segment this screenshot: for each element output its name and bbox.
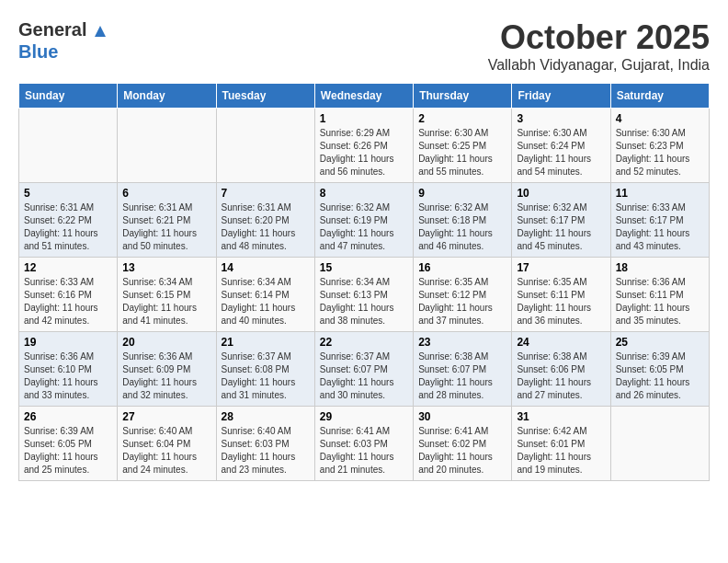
calendar-cell: 29Sunrise: 6:41 AMSunset: 6:03 PMDayligh… [314,407,413,481]
calendar-cell: 5Sunrise: 6:31 AMSunset: 6:22 PMDaylight… [19,183,118,258]
day-number: 5 [24,187,112,200]
day-info: Sunrise: 6:40 AMSunset: 6:03 PMDaylight:… [222,425,310,477]
day-number: 3 [517,112,605,125]
day-info: Sunrise: 6:31 AMSunset: 6:20 PMDaylight:… [222,201,310,253]
calendar-cell: 1Sunrise: 6:29 AMSunset: 6:26 PMDaylight… [314,109,413,183]
day-info: Sunrise: 6:32 AMSunset: 6:18 PMDaylight:… [418,201,506,253]
day-info: Sunrise: 6:32 AMSunset: 6:17 PMDaylight:… [517,201,605,253]
day-number: 27 [122,410,210,423]
day-info: Sunrise: 6:31 AMSunset: 6:22 PMDaylight:… [24,201,112,253]
day-number: 12 [24,261,112,274]
calendar-cell: 14Sunrise: 6:34 AMSunset: 6:14 PMDayligh… [216,258,314,332]
day-number: 26 [24,410,112,423]
day-info: Sunrise: 6:32 AMSunset: 6:19 PMDaylight:… [320,201,408,253]
day-number: 24 [517,336,605,349]
svg-marker-0 [95,26,106,37]
day-info: Sunrise: 6:38 AMSunset: 6:06 PMDaylight:… [517,350,605,402]
day-number: 30 [418,410,506,423]
logo: General Blue [18,18,108,63]
calendar-cell: 19Sunrise: 6:36 AMSunset: 6:10 PMDayligh… [19,332,118,407]
calendar-cell: 10Sunrise: 6:32 AMSunset: 6:17 PMDayligh… [512,183,610,258]
day-info: Sunrise: 6:30 AMSunset: 6:24 PMDaylight:… [517,127,605,178]
page-container: General Blue October 2025 Vallabh Vidyan… [0,0,728,490]
week-row-4: 19Sunrise: 6:36 AMSunset: 6:10 PMDayligh… [19,332,710,407]
day-info: Sunrise: 6:35 AMSunset: 6:12 PMDaylight:… [418,276,506,327]
calendar-cell: 25Sunrise: 6:39 AMSunset: 6:05 PMDayligh… [610,332,709,407]
calendar-cell: 4Sunrise: 6:30 AMSunset: 6:23 PMDaylight… [610,109,709,183]
title-section: October 2025 Vallabh Vidyanagar, Gujarat… [488,18,710,74]
weekday-header-monday: Monday [118,84,216,109]
calendar-cell: 30Sunrise: 6:41 AMSunset: 6:02 PMDayligh… [414,407,512,481]
day-info: Sunrise: 6:41 AMSunset: 6:02 PMDaylight:… [418,425,506,477]
day-info: Sunrise: 6:40 AMSunset: 6:04 PMDaylight:… [122,425,210,477]
day-info: Sunrise: 6:37 AMSunset: 6:07 PMDaylight:… [320,350,408,402]
day-number: 13 [122,261,210,274]
calendar-cell [610,407,709,481]
weekday-header-row: SundayMondayTuesdayWednesdayThursdayFrid… [19,84,710,109]
day-number: 20 [122,336,210,349]
day-info: Sunrise: 6:38 AMSunset: 6:07 PMDaylight:… [418,350,506,402]
calendar-cell: 6Sunrise: 6:31 AMSunset: 6:21 PMDaylight… [118,183,216,258]
calendar-cell: 11Sunrise: 6:33 AMSunset: 6:17 PMDayligh… [610,183,709,258]
day-info: Sunrise: 6:37 AMSunset: 6:08 PMDaylight:… [222,350,310,402]
day-info: Sunrise: 6:36 AMSunset: 6:11 PMDaylight:… [616,276,704,327]
calendar-cell: 13Sunrise: 6:34 AMSunset: 6:15 PMDayligh… [118,258,216,332]
day-number: 19 [24,336,112,349]
weekday-header-tuesday: Tuesday [216,84,314,109]
day-number: 8 [320,187,408,200]
weekday-header-wednesday: Wednesday [314,84,413,109]
day-number: 9 [418,187,506,200]
calendar-cell: 8Sunrise: 6:32 AMSunset: 6:19 PMDaylight… [314,183,413,258]
calendar-cell: 31Sunrise: 6:42 AMSunset: 6:01 PMDayligh… [512,407,610,481]
day-info: Sunrise: 6:30 AMSunset: 6:25 PMDaylight:… [418,127,506,178]
calendar-cell: 12Sunrise: 6:33 AMSunset: 6:16 PMDayligh… [19,258,118,332]
calendar-cell: 26Sunrise: 6:39 AMSunset: 6:05 PMDayligh… [19,407,118,481]
calendar-cell: 27Sunrise: 6:40 AMSunset: 6:04 PMDayligh… [118,407,216,481]
logo-general: General [18,19,86,40]
weekday-header-saturday: Saturday [610,84,709,109]
day-number: 22 [320,336,408,349]
logo-blue: Blue [18,41,58,62]
weekday-header-thursday: Thursday [414,84,512,109]
day-number: 7 [222,187,310,200]
day-number: 15 [320,261,408,274]
month-title: October 2025 [488,18,710,57]
day-info: Sunrise: 6:29 AMSunset: 6:26 PMDaylight:… [320,127,408,178]
calendar-cell: 22Sunrise: 6:37 AMSunset: 6:07 PMDayligh… [314,332,413,407]
calendar-cell: 18Sunrise: 6:36 AMSunset: 6:11 PMDayligh… [610,258,709,332]
week-row-2: 5Sunrise: 6:31 AMSunset: 6:22 PMDaylight… [19,183,710,258]
day-number: 29 [320,410,408,423]
day-info: Sunrise: 6:41 AMSunset: 6:03 PMDaylight:… [320,425,408,477]
calendar-cell: 17Sunrise: 6:35 AMSunset: 6:11 PMDayligh… [512,258,610,332]
day-number: 18 [616,261,704,274]
day-number: 31 [517,410,605,423]
calendar-cell: 28Sunrise: 6:40 AMSunset: 6:03 PMDayligh… [216,407,314,481]
day-number: 21 [222,336,310,349]
calendar-table: SundayMondayTuesdayWednesdayThursdayFrid… [18,83,710,481]
weekday-header-sunday: Sunday [19,84,118,109]
calendar-cell: 2Sunrise: 6:30 AMSunset: 6:25 PMDaylight… [414,109,512,183]
calendar-cell: 7Sunrise: 6:31 AMSunset: 6:20 PMDaylight… [216,183,314,258]
day-info: Sunrise: 6:34 AMSunset: 6:15 PMDaylight:… [122,276,210,327]
day-number: 28 [222,410,310,423]
day-number: 10 [517,187,605,200]
day-number: 11 [616,187,704,200]
day-number: 16 [418,261,506,274]
calendar-cell: 3Sunrise: 6:30 AMSunset: 6:24 PMDaylight… [512,109,610,183]
week-row-3: 12Sunrise: 6:33 AMSunset: 6:16 PMDayligh… [19,258,710,332]
day-number: 2 [418,112,506,125]
calendar-cell [19,109,118,183]
day-info: Sunrise: 6:31 AMSunset: 6:21 PMDaylight:… [122,201,210,253]
header: General Blue October 2025 Vallabh Vidyan… [18,18,710,74]
calendar-cell [216,109,314,183]
day-info: Sunrise: 6:35 AMSunset: 6:11 PMDaylight:… [517,276,605,327]
calendar-cell: 23Sunrise: 6:38 AMSunset: 6:07 PMDayligh… [414,332,512,407]
calendar-cell: 24Sunrise: 6:38 AMSunset: 6:06 PMDayligh… [512,332,610,407]
day-number: 17 [517,261,605,274]
day-info: Sunrise: 6:36 AMSunset: 6:10 PMDaylight:… [24,350,112,402]
calendar-cell: 21Sunrise: 6:37 AMSunset: 6:08 PMDayligh… [216,332,314,407]
day-info: Sunrise: 6:34 AMSunset: 6:13 PMDaylight:… [320,276,408,327]
week-row-1: 1Sunrise: 6:29 AMSunset: 6:26 PMDaylight… [19,109,710,183]
weekday-header-friday: Friday [512,84,610,109]
calendar-cell: 9Sunrise: 6:32 AMSunset: 6:18 PMDaylight… [414,183,512,258]
